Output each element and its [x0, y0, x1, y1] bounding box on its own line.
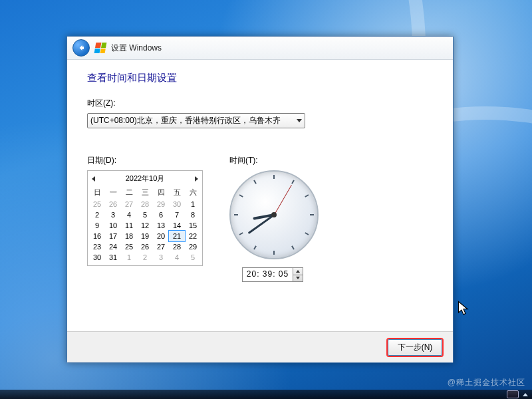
- time-input[interactable]: 20: 39: 05: [242, 267, 303, 282]
- calendar-day[interactable]: 1: [185, 199, 201, 209]
- page-heading: 查看时间和日期设置: [87, 72, 433, 84]
- calendar-day[interactable]: 29: [153, 199, 169, 209]
- calendar-day[interactable]: 30: [89, 252, 105, 263]
- calendar-day[interactable]: 31: [105, 252, 121, 263]
- calendar-day[interactable]: 15: [185, 220, 201, 231]
- calendar-day[interactable]: 28: [169, 241, 185, 252]
- timezone-label: 时区(Z):: [87, 98, 433, 109]
- calendar-dow: 四: [153, 186, 169, 199]
- tray-expand-icon[interactable]: [523, 393, 528, 396]
- taskbar: [0, 390, 532, 399]
- calendar-day[interactable]: 27: [153, 241, 169, 252]
- next-button-label: 下一步(N): [398, 342, 433, 353]
- calendar-day[interactable]: 22: [185, 231, 201, 241]
- calendar-day[interactable]: 25: [121, 241, 137, 252]
- next-button[interactable]: 下一步(N): [388, 339, 442, 356]
- calendar-day[interactable]: 26: [105, 199, 121, 209]
- titlebar: 设置 Windows: [67, 37, 453, 60]
- calendar-dow: 六: [185, 186, 201, 199]
- setup-window: 设置 Windows 查看时间和日期设置 时区(Z): (UTC+08:00)北…: [66, 36, 454, 363]
- calendar-day[interactable]: 23: [89, 241, 105, 252]
- dropdown-arrow-icon: [297, 119, 302, 122]
- time-spin-up[interactable]: [293, 268, 303, 275]
- calendar-day[interactable]: 3: [153, 252, 169, 263]
- calendar-day[interactable]: 26: [137, 241, 153, 252]
- calendar-day[interactable]: 20: [153, 231, 169, 241]
- calendar-dow: 三: [137, 186, 153, 199]
- time-spin-down[interactable]: [293, 275, 303, 282]
- calendar-dow: 五: [169, 186, 185, 199]
- calendar-day[interactable]: 6: [153, 209, 169, 220]
- calendar[interactable]: 2022年10月 日一二三四五六252627282930123456789101…: [87, 170, 203, 266]
- keyboard-tray-icon[interactable]: [507, 390, 519, 398]
- time-value: 20: 39: 05: [243, 268, 293, 281]
- calendar-dow: 二: [121, 186, 137, 199]
- calendar-day[interactable]: 9: [89, 220, 105, 231]
- calendar-day[interactable]: 19: [137, 231, 153, 241]
- time-column: 时间(T): 20: 39: 05: [229, 155, 316, 282]
- calendar-next-button[interactable]: [195, 176, 198, 182]
- calendar-day[interactable]: 30: [169, 199, 185, 209]
- desktop-background: 设置 Windows 查看时间和日期设置 时区(Z): (UTC+08:00)北…: [0, 0, 532, 399]
- calendar-day[interactable]: 4: [169, 252, 185, 263]
- watermark-text: @稀土掘金技术社区: [448, 377, 525, 388]
- calendar-day[interactable]: 18: [121, 231, 137, 241]
- calendar-day[interactable]: 1: [121, 252, 137, 263]
- windows-logo-icon: [94, 43, 107, 53]
- calendar-day[interactable]: 21: [169, 231, 185, 241]
- timezone-select[interactable]: (UTC+08:00)北京，重庆，香港特别行政区，乌鲁木齐: [87, 113, 305, 128]
- calendar-day[interactable]: 11: [121, 220, 137, 231]
- date-label: 日期(D):: [87, 155, 203, 166]
- window-title: 设置 Windows: [111, 43, 162, 54]
- calendar-day[interactable]: 27: [121, 199, 137, 209]
- calendar-day[interactable]: 29: [185, 241, 201, 252]
- calendar-day[interactable]: 10: [105, 220, 121, 231]
- content-area: 查看时间和日期设置 时区(Z): (UTC+08:00)北京，重庆，香港特别行政…: [67, 60, 453, 282]
- date-column: 日期(D): 2022年10月 日一二三四五六25262728293012345…: [87, 155, 203, 282]
- calendar-day[interactable]: 3: [105, 209, 121, 220]
- calendar-day[interactable]: 24: [105, 241, 121, 252]
- calendar-dow: 日: [89, 186, 105, 199]
- calendar-day[interactable]: 5: [185, 252, 201, 263]
- calendar-day[interactable]: 16: [89, 231, 105, 241]
- calendar-day[interactable]: 8: [185, 209, 201, 220]
- calendar-dow: 一: [105, 186, 121, 199]
- calendar-day[interactable]: 4: [121, 209, 137, 220]
- back-button[interactable]: [72, 39, 90, 57]
- calendar-day[interactable]: 7: [169, 209, 185, 220]
- analog-clock: [229, 170, 316, 257]
- calendar-day[interactable]: 2: [137, 252, 153, 263]
- calendar-day[interactable]: 25: [89, 199, 105, 209]
- calendar-day[interactable]: 12: [137, 220, 153, 231]
- calendar-day[interactable]: 2: [89, 209, 105, 220]
- calendar-day[interactable]: 13: [153, 220, 169, 231]
- calendar-day[interactable]: 28: [137, 199, 153, 209]
- calendar-day[interactable]: 14: [169, 220, 185, 231]
- calendar-day[interactable]: 5: [137, 209, 153, 220]
- calendar-prev-button[interactable]: [92, 176, 95, 182]
- time-label: 时间(T):: [229, 155, 316, 166]
- calendar-day[interactable]: 17: [105, 231, 121, 241]
- calendar-month-title: 2022年10月: [126, 174, 165, 184]
- timezone-selected-value: (UTC+08:00)北京，重庆，香港特别行政区，乌鲁木齐: [90, 115, 281, 126]
- footer-bar: 下一步(N): [67, 331, 453, 362]
